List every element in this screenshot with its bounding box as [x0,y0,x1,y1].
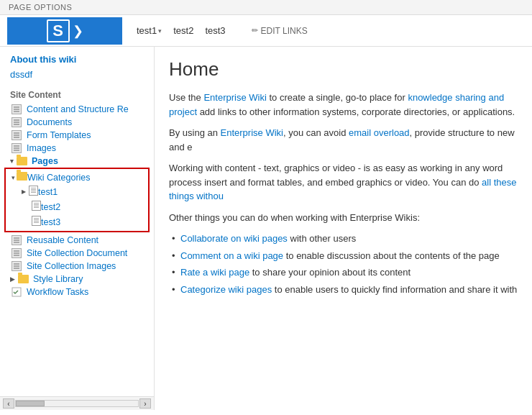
list-icon [10,130,23,140]
folder-icon [15,156,28,166]
wiki-cat-item-test2[interactable]: test2 [6,199,148,214]
p2-link: Enterprise Wiki [221,127,283,138]
check-list-icon [10,287,23,297]
content-paragraph-3: Working with content - text, graphics or… [169,161,518,204]
content-paragraph-4: Other things you can do when working wit… [169,211,518,225]
content-paragraph-2: By using an Enterprise Wiki, you can avo… [169,126,518,154]
list-icon [10,248,23,258]
folder-icon [17,172,27,183]
bullet-item-2: Comment on a wiki page to enable discuss… [169,249,518,263]
edit-links[interactable]: ✏ EDIT LINKS [252,26,308,36]
page-icon [29,186,38,198]
sidebar-item-workflow-tasks[interactable]: Workflow Tasks [0,286,154,298]
p1-text3: add links to other information systems, … [197,106,515,117]
p1-text2: to create a single, go-to place for [267,92,408,103]
pencil-icon: ✏ [252,26,258,35]
bullet-item-3: Rate a wiki page to share your opinion a… [169,265,518,280]
logo-s-icon: S [47,19,70,42]
expand-arrow-icon: ▾ [10,158,14,165]
content-paragraph-1: Use the Enterprise Wiki to create a sing… [169,91,518,119]
scroll-left-button[interactable]: ‹ [3,398,14,409]
sidebar-item-images[interactable]: Images [0,142,154,155]
expand-arrow-icon: ▶ [10,275,15,283]
p1-link-enterprise: Enterprise Wiki [203,92,266,103]
page-icon [32,201,41,213]
bullet-item-4: Categorize wiki pages to enable users to… [169,283,518,297]
top-bar: PAGE OPTIONS [0,0,532,15]
p2-text2: , you can avoid [283,127,349,138]
sidebar-item-pages[interactable]: ▾ Pages [0,155,154,168]
main-layout: About this wiki dssdf Site Content Conte… [0,47,532,410]
p2-text1: By using an [169,127,221,138]
list-icon [10,143,23,153]
p3-text1: Working with content - text, graphics or… [169,163,503,188]
chevron-down-icon: ▾ [158,27,162,35]
expand-sm-icon: ▶ [22,188,26,195]
nav-links: test1 ▾ test2 test3 ✏ EDIT LINKS [137,25,308,36]
sidebar-item-site-collection-doc[interactable]: Site Collection Document [0,247,154,260]
wiki-categories-box: ▾ Wiki Categories ▶ test1 test2 test3 [4,168,150,232]
logo[interactable]: S ❯ [7,17,122,45]
page-icon [32,216,41,228]
sidebar-item-content-structure[interactable]: Content and Structure Re [0,103,154,116]
folder-icon [17,274,29,284]
bullet-list: Collaborate on wiki pages with other use… [169,232,518,296]
sidebar: About this wiki dssdf Site Content Conte… [0,47,155,410]
p2-link2: email overload [349,127,410,138]
sidebar-item-site-collection-images[interactable]: Site Collection Images [0,260,154,273]
scroll-right-button[interactable]: › [139,398,151,409]
list-icon [10,235,23,245]
sidebar-about[interactable]: About this wiki [0,47,154,68]
logo-arrow-icon: ❯ [73,23,83,39]
scroll-track [15,400,139,407]
list-icon [10,261,23,271]
nav-link-test3[interactable]: test3 [205,25,225,36]
nav-link-test1[interactable]: test1 ▾ [137,25,162,36]
wiki-cat-item-test3[interactable]: test3 [6,214,148,229]
sidebar-item-style-library[interactable]: ▶ Style Library [0,273,154,286]
p1-text: Use the [169,92,203,103]
sidebar-item-form-templates[interactable]: Form Templates [0,129,154,142]
sidebar-dssdf[interactable]: dssdf [0,68,154,86]
sidebar-item-documents[interactable]: Documents [0,116,154,129]
wiki-cat-item-test1[interactable]: ▶ test1 [6,184,148,199]
wiki-categories-header[interactable]: ▾ Wiki Categories [6,170,148,184]
list-icon [10,117,23,127]
expand-arrow-icon: ▾ [12,174,15,181]
content-text: Use the Enterprise Wiki to create a sing… [169,91,518,296]
sidebar-scrollbar[interactable]: ‹ › [0,396,154,410]
header-nav: S ❯ test1 ▾ test2 test3 ✏ EDIT LINKS [0,15,532,47]
scroll-thumb [16,401,45,406]
sidebar-items: Content and Structure Re Documents Form … [0,103,154,396]
list-icon [10,104,23,114]
nav-link-test2[interactable]: test2 [173,25,193,36]
bullet-item-1: Collaborate on wiki pages with other use… [169,232,518,246]
top-bar-label: PAGE OPTIONS [9,3,72,12]
page-title: Home [169,58,518,81]
content-area: Home Use the Enterprise Wiki to create a… [155,47,532,410]
sidebar-site-content: Site Content [0,86,154,103]
sidebar-item-reusable-content[interactable]: Reusable Content [0,234,154,247]
